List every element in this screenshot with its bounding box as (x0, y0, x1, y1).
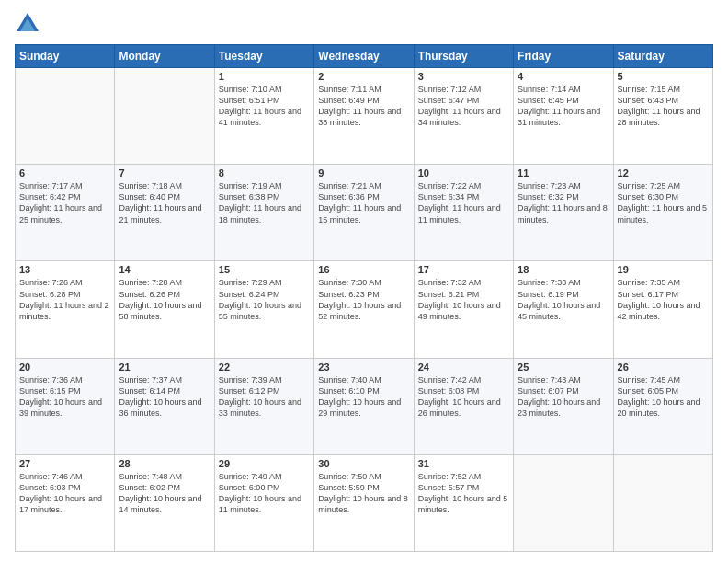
day-number: 10 (418, 167, 509, 178)
cell-details: Sunrise: 7:23 AMSunset: 6:32 PMDaylight:… (518, 180, 609, 225)
calendar-cell (514, 454, 613, 551)
weekday-header-tuesday: Tuesday (214, 45, 313, 68)
cell-details: Sunrise: 7:12 AMSunset: 6:47 PMDaylight:… (418, 84, 509, 129)
cell-details: Sunrise: 7:22 AMSunset: 6:34 PMDaylight:… (418, 180, 509, 225)
cell-details: Sunrise: 7:52 AMSunset: 5:57 PMDaylight:… (418, 471, 509, 516)
weekday-header-monday: Monday (115, 45, 214, 68)
cell-details: Sunrise: 7:28 AMSunset: 6:26 PMDaylight:… (119, 277, 210, 322)
day-number: 11 (518, 167, 609, 178)
day-number: 20 (19, 362, 110, 373)
day-number: 27 (19, 458, 110, 469)
cell-details: Sunrise: 7:33 AMSunset: 6:19 PMDaylight:… (518, 277, 609, 322)
calendar-cell: 5Sunrise: 7:15 AMSunset: 6:43 PMDaylight… (613, 68, 712, 165)
day-number: 31 (418, 458, 509, 469)
day-number: 26 (618, 362, 709, 373)
calendar-cell: 11Sunrise: 7:23 AMSunset: 6:32 PMDayligh… (514, 165, 613, 261)
cell-details: Sunrise: 7:21 AMSunset: 6:36 PMDaylight:… (318, 180, 409, 225)
day-number: 17 (418, 264, 509, 275)
calendar-cell: 6Sunrise: 7:17 AMSunset: 6:42 PMDaylight… (16, 165, 115, 261)
day-number: 13 (19, 264, 110, 275)
cell-details: Sunrise: 7:36 AMSunset: 6:15 PMDaylight:… (19, 374, 110, 419)
calendar-cell: 25Sunrise: 7:43 AMSunset: 6:07 PMDayligh… (514, 358, 613, 454)
cell-details: Sunrise: 7:18 AMSunset: 6:40 PMDaylight:… (119, 180, 210, 225)
day-number: 15 (219, 264, 310, 275)
week-row-3: 13Sunrise: 7:26 AMSunset: 6:28 PMDayligh… (16, 261, 713, 358)
logo-icon (15, 11, 40, 37)
logo (15, 11, 44, 37)
calendar-cell: 29Sunrise: 7:49 AMSunset: 6:00 PMDayligh… (214, 454, 313, 551)
day-number: 7 (119, 167, 210, 178)
week-row-5: 27Sunrise: 7:46 AMSunset: 6:03 PMDayligh… (16, 454, 713, 551)
cell-details: Sunrise: 7:46 AMSunset: 6:03 PMDaylight:… (19, 471, 110, 516)
day-number: 25 (518, 362, 609, 373)
cell-details: Sunrise: 7:29 AMSunset: 6:24 PMDaylight:… (219, 277, 310, 322)
cell-details: Sunrise: 7:10 AMSunset: 6:51 PMDaylight:… (219, 84, 310, 129)
day-number: 28 (119, 458, 210, 469)
day-number: 30 (318, 458, 409, 469)
calendar-cell: 13Sunrise: 7:26 AMSunset: 6:28 PMDayligh… (16, 261, 115, 358)
day-number: 5 (618, 71, 709, 82)
calendar-cell: 12Sunrise: 7:25 AMSunset: 6:30 PMDayligh… (613, 165, 712, 261)
weekday-header-row: SundayMondayTuesdayWednesdayThursdayFrid… (16, 45, 713, 68)
cell-details: Sunrise: 7:50 AMSunset: 5:59 PMDaylight:… (318, 471, 409, 516)
cell-details: Sunrise: 7:45 AMSunset: 6:05 PMDaylight:… (618, 374, 709, 419)
day-number: 14 (119, 264, 210, 275)
cell-details: Sunrise: 7:15 AMSunset: 6:43 PMDaylight:… (618, 84, 709, 129)
calendar-cell: 16Sunrise: 7:30 AMSunset: 6:23 PMDayligh… (314, 261, 414, 358)
day-number: 6 (19, 167, 110, 178)
day-number: 3 (418, 71, 509, 82)
calendar-cell: 1Sunrise: 7:10 AMSunset: 6:51 PMDaylight… (214, 68, 313, 165)
cell-details: Sunrise: 7:49 AMSunset: 6:00 PMDaylight:… (219, 471, 310, 516)
cell-details: Sunrise: 7:14 AMSunset: 6:45 PMDaylight:… (518, 84, 609, 129)
day-number: 2 (318, 71, 409, 82)
day-number: 12 (618, 167, 709, 178)
day-number: 23 (318, 362, 409, 373)
page: SundayMondayTuesdayWednesdayThursdayFrid… (0, 0, 728, 563)
weekday-header-wednesday: Wednesday (314, 45, 414, 68)
week-row-1: 1Sunrise: 7:10 AMSunset: 6:51 PMDaylight… (16, 68, 713, 165)
calendar-cell (115, 68, 214, 165)
calendar-cell: 14Sunrise: 7:28 AMSunset: 6:26 PMDayligh… (115, 261, 214, 358)
calendar-cell (613, 454, 712, 551)
calendar-cell: 15Sunrise: 7:29 AMSunset: 6:24 PMDayligh… (214, 261, 313, 358)
day-number: 29 (219, 458, 310, 469)
week-row-4: 20Sunrise: 7:36 AMSunset: 6:15 PMDayligh… (16, 358, 713, 454)
cell-details: Sunrise: 7:26 AMSunset: 6:28 PMDaylight:… (19, 277, 110, 322)
day-number: 21 (119, 362, 210, 373)
calendar-cell: 28Sunrise: 7:48 AMSunset: 6:02 PMDayligh… (115, 454, 214, 551)
cell-details: Sunrise: 7:39 AMSunset: 6:12 PMDaylight:… (219, 374, 310, 419)
calendar-cell: 8Sunrise: 7:19 AMSunset: 6:38 PMDaylight… (214, 165, 313, 261)
day-number: 24 (418, 362, 509, 373)
calendar-cell: 26Sunrise: 7:45 AMSunset: 6:05 PMDayligh… (613, 358, 712, 454)
calendar-cell: 23Sunrise: 7:40 AMSunset: 6:10 PMDayligh… (314, 358, 414, 454)
calendar-cell: 18Sunrise: 7:33 AMSunset: 6:19 PMDayligh… (514, 261, 613, 358)
weekday-header-saturday: Saturday (613, 45, 712, 68)
calendar-cell: 20Sunrise: 7:36 AMSunset: 6:15 PMDayligh… (16, 358, 115, 454)
calendar-cell: 24Sunrise: 7:42 AMSunset: 6:08 PMDayligh… (414, 358, 513, 454)
cell-details: Sunrise: 7:42 AMSunset: 6:08 PMDaylight:… (418, 374, 509, 419)
weekday-header-friday: Friday (514, 45, 613, 68)
calendar-cell: 4Sunrise: 7:14 AMSunset: 6:45 PMDaylight… (514, 68, 613, 165)
calendar-cell: 10Sunrise: 7:22 AMSunset: 6:34 PMDayligh… (414, 165, 513, 261)
calendar-cell: 31Sunrise: 7:52 AMSunset: 5:57 PMDayligh… (414, 454, 513, 551)
cell-details: Sunrise: 7:40 AMSunset: 6:10 PMDaylight:… (318, 374, 409, 419)
calendar-cell: 19Sunrise: 7:35 AMSunset: 6:17 PMDayligh… (613, 261, 712, 358)
cell-details: Sunrise: 7:25 AMSunset: 6:30 PMDaylight:… (618, 180, 709, 225)
calendar-cell: 30Sunrise: 7:50 AMSunset: 5:59 PMDayligh… (314, 454, 414, 551)
cell-details: Sunrise: 7:17 AMSunset: 6:42 PMDaylight:… (19, 180, 110, 225)
day-number: 18 (518, 264, 609, 275)
calendar-cell: 7Sunrise: 7:18 AMSunset: 6:40 PMDaylight… (115, 165, 214, 261)
day-number: 19 (618, 264, 709, 275)
calendar-cell (16, 68, 115, 165)
day-number: 9 (318, 167, 409, 178)
cell-details: Sunrise: 7:32 AMSunset: 6:21 PMDaylight:… (418, 277, 509, 322)
weekday-header-sunday: Sunday (16, 45, 115, 68)
header (15, 11, 713, 37)
week-row-2: 6Sunrise: 7:17 AMSunset: 6:42 PMDaylight… (16, 165, 713, 261)
cell-details: Sunrise: 7:11 AMSunset: 6:49 PMDaylight:… (318, 84, 409, 129)
calendar-cell: 22Sunrise: 7:39 AMSunset: 6:12 PMDayligh… (214, 358, 313, 454)
cell-details: Sunrise: 7:35 AMSunset: 6:17 PMDaylight:… (618, 277, 709, 322)
day-number: 8 (219, 167, 310, 178)
cell-details: Sunrise: 7:37 AMSunset: 6:14 PMDaylight:… (119, 374, 210, 419)
calendar-cell: 27Sunrise: 7:46 AMSunset: 6:03 PMDayligh… (16, 454, 115, 551)
